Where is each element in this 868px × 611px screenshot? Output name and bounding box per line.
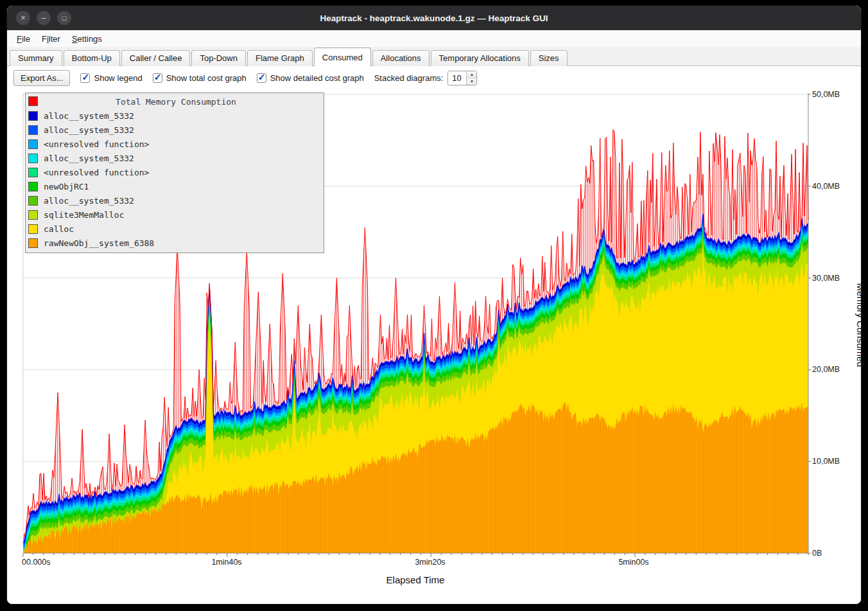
menu-filter[interactable]: Filter <box>36 32 66 46</box>
tab-temporary-allocations[interactable]: Temporary Allocations <box>431 50 529 66</box>
y-tick-10: 10,0MB <box>812 457 840 466</box>
spin-up-button[interactable]: ▲ <box>467 71 476 78</box>
tab-summary[interactable]: Summary <box>10 50 62 66</box>
legend-item: alloc__system_5332 <box>26 193 324 208</box>
checkbox-box <box>153 73 162 83</box>
stacked-diagrams-spinbox[interactable]: 10 ▲ ▼ <box>447 71 477 85</box>
y-tick-40: 40,0MB <box>812 182 840 191</box>
maximize-icon: □ <box>62 14 67 22</box>
checkbox-label: Show total cost graph <box>166 73 247 83</box>
checkbox-box <box>257 73 266 83</box>
legend-item: alloc__system_5332 <box>26 123 324 137</box>
checkbox-label: Show legend <box>94 73 142 83</box>
y-axis-tick-labels: 50,0MB 40,0MB 30,0MB 20,0MB 10,0MB 0B <box>812 90 840 558</box>
tab-consumed[interactable]: Consumed <box>314 48 371 66</box>
legend-item: <unresolved function> <box>26 165 324 179</box>
stacked-diagrams-value[interactable]: 10 <box>448 71 466 85</box>
minimize-button[interactable]: – <box>37 11 51 25</box>
close-icon: × <box>21 13 25 22</box>
y-axis-title: Memory Consumed <box>855 283 862 367</box>
spin-up-icon: ▲ <box>470 72 474 76</box>
show-detailed-cost-graph-checkbox[interactable]: Show detailed cost graph <box>257 73 364 83</box>
legend-swatch-total <box>28 96 38 106</box>
legend-title: Total Memory Consumption <box>116 97 236 107</box>
stacked-diagrams-group: Stacked diagrams: 10 ▲ ▼ <box>374 71 478 85</box>
spin-down-button[interactable]: ▼ <box>467 78 476 85</box>
legend-title-row: Total Memory Consumption <box>26 94 324 109</box>
legend-swatch <box>28 224 38 234</box>
legend-item: newObjRC1 <box>26 179 324 193</box>
x-tick-2: 3min20s <box>415 558 445 567</box>
legend-swatch <box>28 111 38 121</box>
x-tick-3: 5min00s <box>618 558 648 567</box>
legend-swatch <box>28 154 38 163</box>
tab-top-down[interactable]: Top-Down <box>191 50 246 66</box>
window-title: Heaptrack - heaptrack.wakunode.1.gz — He… <box>7 13 861 23</box>
memory-consumption-chart[interactable]: 50,0MB 40,0MB 30,0MB 20,0MB 10,0MB 0B 00… <box>7 89 861 605</box>
legend-item: calloc <box>26 222 324 236</box>
tab-allocations[interactable]: Allocations <box>372 50 430 66</box>
tab-caller-callee[interactable]: Caller / Callee <box>121 50 191 66</box>
menu-bar: File Filter Settings <box>7 30 861 47</box>
export-as-button[interactable]: Export As... <box>13 70 70 86</box>
legend-item: <unresolved function> <box>26 137 324 151</box>
y-tick-50: 50,0MB <box>812 90 840 99</box>
tab-sizes[interactable]: Sizes <box>530 50 568 66</box>
x-axis-tick-labels: 00.000s 1min40s 3min20s 5min00s <box>22 558 649 567</box>
stacked-diagrams-label: Stacked diagrams: <box>374 73 444 83</box>
title-bar: × – □ Heaptrack - heaptrack.wakunode.1.g… <box>7 6 861 30</box>
legend-swatch <box>28 139 38 149</box>
show-total-cost-graph-checkbox[interactable]: Show total cost graph <box>153 73 247 83</box>
legend-swatch <box>28 125 38 135</box>
legend-item: sqlite3MemMalloc <box>26 208 324 222</box>
x-axis-title: Elapsed Time <box>386 574 445 585</box>
checkbox-box <box>80 73 90 83</box>
legend-swatch <box>28 196 38 206</box>
chart-legend: Total Memory Consumption alloc__system_5… <box>25 93 324 253</box>
legend-swatch <box>28 182 38 191</box>
x-tick-0: 00.000s <box>22 558 50 567</box>
menu-file[interactable]: File <box>11 32 36 46</box>
legend-item: rawNewObj__system_6388 <box>26 236 324 250</box>
legend-swatch <box>28 238 38 248</box>
x-tick-1: 1min40s <box>211 558 241 567</box>
y-tick-20: 20,0MB <box>812 365 840 374</box>
spin-arrows: ▲ ▼ <box>466 71 476 85</box>
y-tick-0: 0B <box>812 549 822 558</box>
spin-down-icon: ▼ <box>470 79 474 84</box>
checkbox-label: Show detailed cost graph <box>270 73 364 83</box>
close-button[interactable]: × <box>16 11 30 25</box>
maximize-button[interactable]: □ <box>57 11 71 25</box>
menu-settings[interactable]: Settings <box>66 32 108 46</box>
tab-flame-graph[interactable]: Flame Graph <box>247 50 313 66</box>
y-tick-30: 30,0MB <box>812 274 840 283</box>
chart-toolbar: Export As... Show legend Show total cost… <box>7 66 861 89</box>
show-legend-checkbox[interactable]: Show legend <box>80 73 142 83</box>
legend-swatch <box>28 168 38 177</box>
legend-item: alloc__system_5332 <box>26 151 324 165</box>
minimize-icon: – <box>42 13 46 22</box>
tab-bottom-up[interactable]: Bottom-Up <box>64 50 120 66</box>
app-window: × – □ Heaptrack - heaptrack.wakunode.1.g… <box>6 5 862 605</box>
tab-bar: Summary Bottom-Up Caller / Callee Top-Do… <box>7 47 861 66</box>
legend-swatch <box>28 210 38 220</box>
legend-item: alloc__system_5332 <box>26 109 324 123</box>
